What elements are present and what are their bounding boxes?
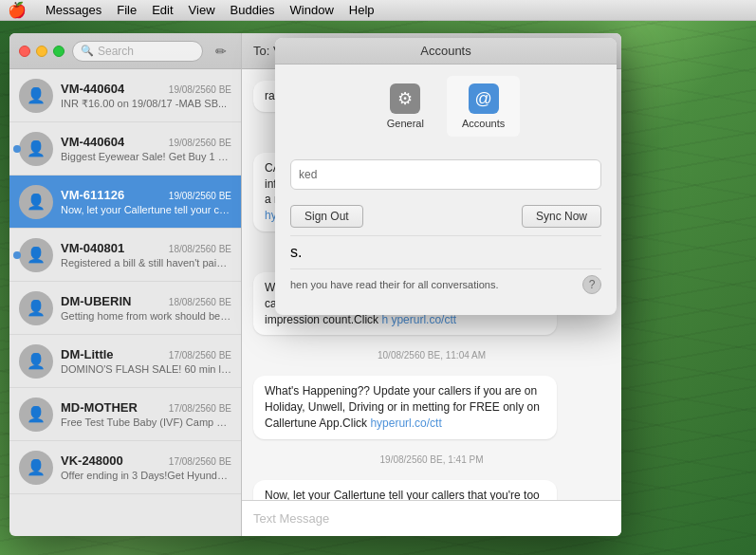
maximize-button[interactable] xyxy=(53,46,65,57)
unread-indicator xyxy=(13,251,21,259)
conv-time: 19/08/2560 BE xyxy=(169,191,231,201)
conversation-item[interactable]: 👤 DM-UBERIN 18/08/2560 BE Getting home f… xyxy=(9,282,241,335)
checkbox-text: hen you have read their for all conversa… xyxy=(290,279,499,290)
options-label: s. xyxy=(290,244,302,261)
conv-time: 18/08/2560 BE xyxy=(169,244,231,254)
account-section-text: ked xyxy=(299,168,317,181)
conv-content: DM-UBERIN 18/08/2560 BE Getting home fro… xyxy=(61,294,231,322)
conversation-item[interactable]: 👤 DM-Little 17/08/2560 BE DOMINO'S FLASH… xyxy=(9,335,241,388)
conv-name: VK-248000 xyxy=(61,453,123,468)
conversation-item[interactable]: 👤 VM-040801 18/08/2560 BE Registered a b… xyxy=(9,229,241,282)
conversation-item[interactable]: 👤 VM-611126 19/08/2560 BE Now, let your … xyxy=(9,176,241,229)
avatar: 👤 xyxy=(19,344,53,379)
conv-content: VM-440604 19/08/2560 BE INR ₹16.00 on 19… xyxy=(61,82,231,110)
conv-preview: DOMINO'S FLASH SALE! 60 min loot begins … xyxy=(61,363,231,375)
sidebar: 🔍 Search ✏ 👤 VM-440604 19/08/2560 BE INR… xyxy=(9,33,242,536)
search-placeholder: Search xyxy=(98,45,134,58)
message-input[interactable]: Text Message xyxy=(253,511,329,526)
conversation-item[interactable]: 👤 VK-248000 17/08/2560 BE Offer ending i… xyxy=(9,441,241,494)
avatar: 👤 xyxy=(19,398,53,432)
message-bubble: Now, let your Callertune tell your calle… xyxy=(253,480,557,500)
tab-general-label: General xyxy=(387,118,424,129)
avatar: 👤 xyxy=(19,291,53,325)
sidebar-titlebar: 🔍 Search ✏ xyxy=(9,33,241,69)
general-icon: ⚙ xyxy=(390,83,420,114)
accounts-icon: @ xyxy=(469,83,499,114)
conv-content: MD-MOTHER 17/08/2560 BE Free Test Tube B… xyxy=(61,400,231,428)
chat-input-area[interactable]: Text Message xyxy=(242,500,621,536)
avatar: 👤 xyxy=(19,132,53,166)
avatar: 👤 xyxy=(19,451,53,485)
menu-messages[interactable]: Messages xyxy=(46,3,101,17)
conv-name: VM-440604 xyxy=(61,82,124,96)
conv-time: 17/08/2560 BE xyxy=(169,350,231,361)
close-button[interactable] xyxy=(19,46,30,57)
conv-preview: Registered a bill & still haven't paid? … xyxy=(61,257,231,268)
conv-preview: INR ₹16.00 on 19/08/17 -MAB SB... xyxy=(61,98,231,110)
conv-content: DM-Little 17/08/2560 BE DOMINO'S FLASH S… xyxy=(61,347,231,375)
conv-time: 17/08/2560 BE xyxy=(169,403,231,414)
tab-general[interactable]: ⚙ General xyxy=(372,76,439,137)
conv-name: DM-Little xyxy=(61,347,114,361)
conv-content: VK-248000 17/08/2560 BE Offer ending in … xyxy=(61,453,231,481)
menubar: 🍎 Messages File Edit View Buddies Window… xyxy=(0,0,756,21)
conv-name: VM-040801 xyxy=(61,241,124,255)
checkbox-row: hen you have read their for all conversa… xyxy=(290,269,601,300)
sync-now-button[interactable]: Sync Now xyxy=(522,205,601,228)
conversation-item[interactable]: 👤 VM-440604 19/08/2560 BE INR ₹16.00 on … xyxy=(9,69,241,122)
conversation-item[interactable]: 👤 MD-MOTHER 17/08/2560 BE Free Test Tube… xyxy=(9,388,241,441)
conv-preview: Now, let your Callertune tell your calle… xyxy=(61,204,231,215)
menu-view[interactable]: View xyxy=(189,3,215,17)
search-bar[interactable]: 🔍 Search xyxy=(72,41,203,62)
menu-help[interactable]: Help xyxy=(349,3,375,17)
apple-menu[interactable]: 🍎 xyxy=(8,1,27,19)
conv-content: VM-611126 19/08/2560 BE Now, let your Ca… xyxy=(61,188,231,215)
avatar: 👤 xyxy=(19,79,53,113)
menu-file[interactable]: File xyxy=(117,3,137,17)
conv-time: 19/08/2560 BE xyxy=(169,138,231,148)
accounts-modal: Accounts ⚙ General @ Accounts ked Sign O… xyxy=(275,38,617,315)
conv-time: 19/08/2560 BE xyxy=(169,84,231,95)
account-section: ked xyxy=(290,159,601,190)
traffic-lights xyxy=(19,46,65,57)
conv-time: 17/08/2560 BE xyxy=(169,456,231,467)
conv-content: VM-040801 18/08/2560 BE Registered a bil… xyxy=(61,241,231,268)
tab-accounts-label: Accounts xyxy=(462,118,505,129)
conv-preview: Getting home from work should be nothing… xyxy=(61,310,231,322)
conv-preview: Offer ending in 3 Days!Get Hyundai Creta… xyxy=(61,470,231,481)
sign-out-button[interactable]: Sign Out xyxy=(290,205,363,228)
conv-time: 18/08/2560 BE xyxy=(169,297,231,307)
search-icon: 🔍 xyxy=(81,45,94,57)
menu-edit[interactable]: Edit xyxy=(152,3,173,17)
message-bubble: What's Happening?? Update your callers i… xyxy=(253,376,557,438)
minimize-button[interactable] xyxy=(36,46,47,57)
avatar: 👤 xyxy=(19,238,53,272)
modal-title: Accounts xyxy=(420,44,470,58)
tab-accounts[interactable]: @ Accounts xyxy=(447,76,520,137)
avatar: 👤 xyxy=(19,185,53,219)
conv-name: DM-UBERIN xyxy=(61,294,131,308)
conversation-item[interactable]: 👤 VM-440604 19/08/2560 BE Biggest Eyewea… xyxy=(9,122,241,176)
conv-content: VM-440604 19/08/2560 BE Biggest Eyewear … xyxy=(61,135,231,162)
conv-preview: Free Test Tube Baby (IVF) Camp @ Dhanvan… xyxy=(61,416,231,428)
help-button[interactable]: ? xyxy=(582,275,601,294)
modal-tabs: ⚙ General @ Accounts xyxy=(275,65,617,137)
menu-buddies[interactable]: Buddies xyxy=(230,3,275,17)
message-timestamp: 10/08/2560 BE, 11:04 AM xyxy=(253,350,610,361)
conv-name: MD-MOTHER xyxy=(61,400,138,415)
conv-name: VM-611126 xyxy=(61,188,124,202)
conv-name: VM-440604 xyxy=(61,135,124,149)
unread-indicator xyxy=(13,145,21,153)
sign-out-row: Sign Out Sync Now xyxy=(290,197,601,236)
menu-window[interactable]: Window xyxy=(290,3,334,17)
modal-body: ked Sign Out Sync Now s. hen you have re… xyxy=(275,137,617,315)
conversation-list: 👤 VM-440604 19/08/2560 BE INR ₹16.00 on … xyxy=(9,69,241,536)
modal-titlebar: Accounts xyxy=(275,38,617,65)
conv-preview: Biggest Eyewear Sale! Get Buy 1 Get 1 on… xyxy=(61,151,231,162)
compose-button[interactable]: ✏ xyxy=(211,41,231,62)
message-timestamp: 19/08/2560 BE, 1:41 PM xyxy=(253,454,610,465)
options-row: s. xyxy=(290,236,601,269)
hyperlink[interactable]: hyperurl.co/ctt xyxy=(370,416,441,430)
